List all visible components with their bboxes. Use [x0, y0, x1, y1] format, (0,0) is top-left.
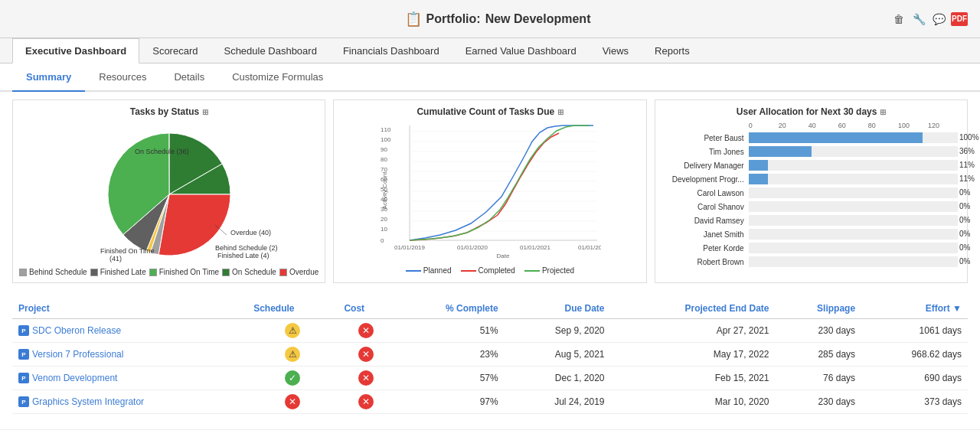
cell-cost: ✕ — [338, 319, 394, 343]
bar-fill — [749, 146, 812, 157]
project-link[interactable]: P SDC Oberon Release — [18, 325, 241, 336]
svg-text:80: 80 — [381, 156, 387, 163]
bar-row: Delivery Manager11% — [665, 160, 958, 171]
svg-text:0: 0 — [381, 237, 384, 244]
cell-due-date: Jul 24, 2019 — [505, 390, 611, 414]
svg-text:01/01/2022: 01/01/2022 — [578, 244, 601, 251]
tab-views[interactable]: Views — [590, 38, 642, 64]
cell-slippage: 230 days — [776, 390, 862, 414]
project-name: Venom Development — [32, 373, 117, 383]
bar-track: 100% — [749, 132, 958, 143]
project-link[interactable]: P Version 7 Professional — [18, 349, 241, 360]
sub-tab-resources[interactable]: Resources — [85, 64, 160, 92]
legend-completed: Completed — [461, 266, 515, 275]
wrench-icon[interactable]: 🔧 — [911, 11, 926, 27]
cumulative-tasks-title: Cumulative Count of Tasks Due ⊞ — [340, 106, 639, 117]
tab-executive-dashboard[interactable]: Executive Dashboard — [12, 38, 139, 64]
bar-x-axis: 0 20 40 60 80 100 120 — [749, 122, 958, 129]
legend-on-schedule: On Schedule — [222, 268, 276, 276]
trash-icon[interactable]: 🗑 — [891, 11, 906, 27]
svg-text:Date: Date — [497, 253, 510, 259]
project-table: Project Schedule Cost % Complete Due Dat… — [12, 298, 968, 414]
bar-pct-label: 0% — [959, 201, 970, 212]
legend-projected: Projected — [524, 266, 574, 275]
tab-financials-dashboard[interactable]: Financials Dashboard — [330, 38, 452, 64]
header-actions: 🗑 🔧 💬 PDF — [891, 11, 968, 27]
col-due-date[interactable]: Due Date — [505, 298, 611, 319]
cell-due-date: Aug 5, 2021 — [505, 343, 611, 367]
legend-line-planned — [406, 270, 421, 272]
expand-cumulative-icon[interactable]: ⊞ — [557, 108, 564, 116]
cell-schedule: ⚠ — [247, 319, 338, 343]
table-row: P Venom Development ✓ ✕ 57% Dec 1, 2020 … — [12, 367, 968, 390]
cell-pct-complete: 51% — [394, 319, 504, 343]
cell-cost: ✕ — [338, 343, 394, 367]
bar-row: Peter Baust100% — [665, 132, 958, 143]
bar-chart-area: 0 20 40 60 80 100 120 Peter Baust100%Tim… — [662, 122, 961, 267]
bar-track: 36% — [749, 146, 958, 157]
user-allocation-chart: User Allocation for Next 30 days ⊞ 0 20 … — [655, 99, 968, 283]
pie-legend: Behind Schedule Finished Late Finished O… — [19, 268, 318, 276]
cell-schedule: ✓ — [247, 367, 338, 390]
tasks-by-status-title: Tasks by Status ⊞ — [19, 106, 318, 117]
cell-effort: 968.62 days — [861, 343, 968, 367]
cell-cost: ✕ — [338, 390, 394, 414]
col-project[interactable]: Project — [12, 298, 247, 319]
line-chart-legend: Planned Completed Projected — [406, 266, 574, 275]
tab-scorecard[interactable]: Scorecard — [139, 38, 211, 64]
project-link[interactable]: P Graphics System Integrator — [18, 396, 241, 407]
svg-text:Finished Late (4): Finished Late (4) — [217, 252, 270, 259]
table-row: P SDC Oberon Release ⚠ ✕ 51% Sep 9, 2020… — [12, 319, 968, 343]
bar-pct-label: 0% — [959, 215, 970, 226]
legend-color-finished-late — [90, 269, 98, 276]
portfolio-icon: 📋 — [405, 11, 422, 28]
pie-chart-svg: On Schedule (36) Overdue (40) Behind Sch… — [54, 122, 284, 263]
bar-track: 0% — [749, 201, 958, 212]
cumulative-tasks-chart: Cumulative Count of Tasks Due ⊞ 0 10 20 … — [333, 99, 646, 283]
bar-user-label: Peter Korde — [665, 244, 749, 253]
bar-track: 0% — [749, 243, 958, 253]
col-effort[interactable]: Effort ▼ — [861, 298, 968, 319]
bar-fill — [749, 174, 768, 184]
project-icon: P — [18, 396, 29, 407]
tab-schedule-dashboard[interactable]: Schedule Dashboard — [211, 38, 329, 64]
bar-track: 0% — [749, 256, 958, 267]
bar-user-label: Robert Brown — [665, 258, 749, 266]
bar-pct-label: 0% — [959, 187, 970, 198]
col-slippage[interactable]: Slippage — [776, 298, 862, 319]
sub-tab-customize-formulas[interactable]: Customize Formulas — [218, 64, 337, 92]
expand-user-icon[interactable]: ⊞ — [880, 108, 886, 116]
cell-projected-end: Mar 10, 2020 — [611, 390, 776, 414]
col-cost[interactable]: Cost — [338, 298, 394, 319]
project-link[interactable]: P Venom Development — [18, 373, 241, 383]
col-schedule[interactable]: Schedule — [247, 298, 338, 319]
tab-earned-value-dashboard[interactable]: Earned Value Dashboard — [452, 38, 590, 64]
svg-text:01/01/2021: 01/01/2021 — [520, 244, 551, 251]
comment-icon[interactable]: 💬 — [931, 11, 946, 27]
col-projected-end[interactable]: Projected End Date — [611, 298, 776, 319]
bar-track: 0% — [749, 229, 958, 240]
pdf-icon[interactable]: PDF — [951, 12, 968, 26]
bar-pct-label: 0% — [959, 243, 970, 253]
pie-label-behind-schedule: Behind Schedule (2) — [215, 244, 278, 252]
cell-due-date: Dec 1, 2020 — [505, 367, 611, 390]
svg-text:Activity Count: Activity Count — [381, 171, 388, 210]
tab-reports[interactable]: Reports — [642, 38, 703, 64]
bar-user-label: Tim Jones — [665, 148, 749, 156]
bar-track: 11% — [749, 174, 958, 184]
charts-area: Tasks by Status ⊞ — [0, 92, 980, 291]
cell-effort: 690 days — [861, 367, 968, 390]
bar-pct-label: 0% — [959, 256, 970, 267]
project-name: SDC Oberon Release — [32, 325, 121, 336]
legend-planned: Planned — [406, 266, 452, 275]
line-chart-wrap: 0 10 20 30 40 50 60 70 80 90 100 — [340, 122, 639, 275]
sub-tab-details[interactable]: Details — [160, 64, 218, 92]
sub-tab-summary[interactable]: Summary — [12, 64, 85, 92]
bar-pct-label: 36% — [959, 146, 975, 157]
cell-projected-end: Feb 15, 2021 — [611, 367, 776, 390]
col-pct-complete[interactable]: % Complete — [394, 298, 504, 319]
table-header-row: Project Schedule Cost % Complete Due Dat… — [12, 298, 968, 319]
expand-tasks-icon[interactable]: ⊞ — [202, 108, 208, 116]
bar-pct-label: 11% — [959, 160, 975, 171]
svg-text:20: 20 — [381, 216, 387, 223]
